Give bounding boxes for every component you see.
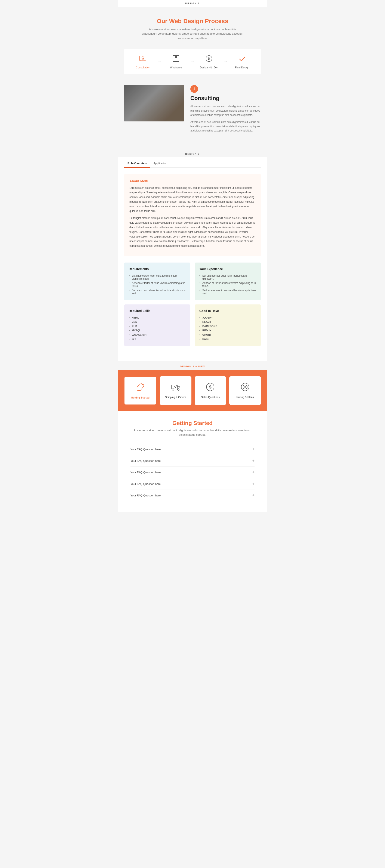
help-card-getting-started[interactable]: Getting Started bbox=[124, 376, 156, 405]
step-consultation-label: Consultation bbox=[128, 66, 158, 69]
step-wireframe[interactable]: Wireframe bbox=[161, 54, 191, 69]
help-card-shipping[interactable]: Shipping & Orders bbox=[160, 376, 191, 405]
step-final-label: Final Design bbox=[228, 66, 257, 69]
faq-item-2[interactable]: Your FAQ Question here. + bbox=[130, 455, 255, 467]
step-final[interactable]: Final Design bbox=[228, 54, 257, 69]
svg-rect-3 bbox=[173, 56, 176, 58]
help-card-sales[interactable]: $ Sales Questions bbox=[195, 376, 226, 405]
step-divi-label: Design with Divi bbox=[195, 66, 224, 69]
final-icon bbox=[228, 54, 257, 64]
arrow3: → bbox=[224, 59, 228, 64]
req-exp-row: Requirements Est ullamcorper eget nulla … bbox=[124, 262, 261, 300]
experience-title: Your Experience bbox=[199, 267, 256, 271]
svg-text:$: $ bbox=[209, 384, 211, 389]
skills-list: HTML CSS PHP MYSQL JAVASCRIPT GIT bbox=[129, 315, 186, 341]
consulting-title: Consulting bbox=[190, 95, 261, 101]
design3-label: DESIGN 3 – NEW bbox=[118, 361, 267, 370]
getting-started-label: Getting Started bbox=[128, 396, 153, 399]
skill-6: GIT bbox=[129, 337, 186, 341]
svg-text:$: $ bbox=[244, 386, 246, 389]
pricing-icon: $ bbox=[233, 382, 258, 394]
faq-subtitle: At vero eos et accusamus iusto odio dign… bbox=[130, 428, 255, 437]
faq-question-5: Your FAQ Question here. bbox=[130, 494, 161, 497]
svg-rect-2 bbox=[173, 56, 179, 62]
gth-6: SASS bbox=[199, 337, 256, 341]
consulting-content: 1 Consulting At vero eos et accusamus iu… bbox=[190, 85, 261, 135]
svg-point-1 bbox=[142, 57, 144, 59]
goodtohave-box: Good to Have JQUERY REACT BACKBONE REDUX… bbox=[195, 305, 261, 346]
step-consultation[interactable]: Consultation bbox=[128, 54, 158, 69]
skills-row: Required Skills HTML CSS PHP MYSQL JAVAS… bbox=[124, 305, 261, 346]
gth-4: REDUX bbox=[199, 329, 256, 333]
faq-item-5[interactable]: Your FAQ Question here. + bbox=[130, 490, 255, 501]
skill-1: HTML bbox=[129, 315, 186, 320]
help-card-pricing[interactable]: $ Pricing & Plans bbox=[229, 376, 261, 405]
goodtohave-title: Good to Have bbox=[199, 309, 256, 313]
arrow2: → bbox=[190, 59, 195, 64]
step-wireframe-label: Wireframe bbox=[161, 66, 191, 69]
tab-role-overview[interactable]: Role Overview bbox=[124, 159, 150, 167]
faq-question-1: Your FAQ Question here. bbox=[130, 448, 161, 451]
consulting-text2: At vero eos et accusamus iusto odio dign… bbox=[190, 120, 261, 133]
pricing-label: Pricing & Plans bbox=[233, 396, 258, 399]
faq-question-2: Your FAQ Question here. bbox=[130, 459, 161, 462]
design1-section: Our Web Design Process At vero eos et ac… bbox=[118, 7, 267, 148]
faq-item-3[interactable]: Your FAQ Question here. + bbox=[130, 467, 255, 478]
about-title: About Molti bbox=[129, 179, 256, 183]
sales-icon: $ bbox=[198, 382, 223, 394]
tab-application[interactable]: Application bbox=[150, 159, 171, 167]
consulting-image bbox=[124, 85, 184, 121]
exp-item-2: Aenean et tortor at risus viverra adipis… bbox=[199, 281, 256, 288]
goodtohave-list: JQUERY REACT BACKBONE REDUX GRUNT SASS bbox=[199, 315, 256, 341]
faq-section: Getting Started At vero eos et accusamus… bbox=[118, 411, 267, 512]
arrow1: → bbox=[158, 59, 161, 64]
shipping-icon bbox=[163, 382, 188, 394]
skill-3: PHP bbox=[129, 324, 186, 329]
top-bar: DESIGN 1 bbox=[118, 0, 267, 7]
faq-plus-3: + bbox=[252, 470, 255, 475]
divi-icon: D bbox=[195, 54, 224, 64]
design2-section: Role Overview Application About Molti Lo… bbox=[118, 157, 267, 361]
skill-5: JAVASCRIPT bbox=[129, 333, 186, 337]
faq-item-4[interactable]: Your FAQ Question here. + bbox=[130, 478, 255, 490]
requirements-list: Est ullamcorper eget nulla facilisis eti… bbox=[129, 274, 186, 296]
shipping-label: Shipping & Orders bbox=[163, 396, 188, 399]
gth-3: BACKBONE bbox=[199, 324, 256, 329]
gth-1: JQUERY bbox=[199, 315, 256, 320]
consultation-icon bbox=[128, 54, 158, 64]
about-text1: Lorem ipsum dolor sit amet, consectetur … bbox=[129, 186, 256, 214]
exp-item-1: Est ullamcorper eget nulla facilisi etia… bbox=[199, 274, 256, 281]
experience-list: Est ullamcorper eget nulla facilisi etia… bbox=[199, 274, 256, 296]
faq-title: Getting Started bbox=[130, 420, 255, 427]
svg-rect-8 bbox=[171, 385, 177, 389]
faq-item-1[interactable]: Your FAQ Question here. + bbox=[130, 444, 255, 455]
help-cards: Getting Started Shipping & Orders $ bbox=[124, 376, 261, 405]
topbar-label: DESIGN 1 bbox=[185, 2, 200, 5]
skills-box: Required Skills HTML CSS PHP MYSQL JAVAS… bbox=[124, 305, 190, 346]
tabs-bar: Role Overview Application bbox=[124, 157, 261, 167]
gth-5: GRUNT bbox=[199, 333, 256, 337]
skills-title: Required Skills bbox=[129, 309, 186, 313]
gth-2: REACT bbox=[199, 320, 256, 324]
sales-label: Sales Questions bbox=[198, 396, 223, 399]
requirements-title: Requirements bbox=[129, 267, 186, 271]
consulting-number: 1 bbox=[190, 85, 198, 93]
req-item-2: Aenean et tortor at risus viverra adipis… bbox=[129, 281, 186, 288]
experience-box: Your Experience Est ullamcorper eget nul… bbox=[195, 262, 261, 300]
getting-started-icon bbox=[128, 382, 153, 394]
exp-item-3: Sed arcu non odio euismod lacinia at qui… bbox=[199, 288, 256, 296]
faq-plus-4: + bbox=[252, 482, 255, 486]
req-item-3: Sed arcu non odio euismod lacinia at qui… bbox=[129, 288, 186, 296]
process-steps: Consultation → Wireframe → D De bbox=[124, 49, 261, 74]
faq-question-4: Your FAQ Question here. bbox=[130, 482, 161, 486]
about-box: About Molti Lorem ipsum dolor sit amet, … bbox=[124, 174, 261, 256]
step-divi[interactable]: D Design with Divi bbox=[195, 54, 224, 69]
faq-plus-1: + bbox=[252, 447, 255, 452]
skill-2: CSS bbox=[129, 320, 186, 324]
svg-rect-5 bbox=[173, 59, 179, 62]
faq-plus-2: + bbox=[252, 459, 255, 463]
about-text2: Eu feugiat pretium nibh ipsum consequat.… bbox=[129, 216, 256, 248]
svg-rect-4 bbox=[176, 56, 179, 58]
skill-4: MYSQL bbox=[129, 329, 186, 333]
requirements-box: Requirements Est ullamcorper eget nulla … bbox=[124, 262, 190, 300]
